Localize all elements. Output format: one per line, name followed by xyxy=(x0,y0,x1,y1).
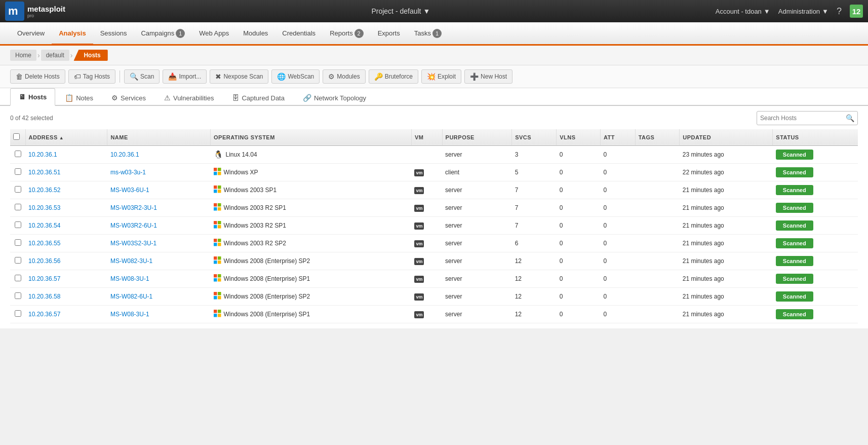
host-name-link[interactable]: MS-W08-3U-1 xyxy=(110,275,149,282)
host-name-link[interactable]: MS-W08-3U-1 xyxy=(110,311,149,318)
col-tags[interactable]: TAGS xyxy=(635,129,680,145)
host-address-link[interactable]: 10.20.36.52 xyxy=(28,187,60,194)
host-name-link[interactable]: MS-W03R2-3U-1 xyxy=(110,204,157,211)
row-checkbox[interactable] xyxy=(15,275,21,281)
host-svcs: 12 xyxy=(512,288,557,306)
nav-overview[interactable]: Overview xyxy=(10,23,52,45)
search-button[interactable]: 🔍 xyxy=(846,114,854,122)
nav-analysis[interactable]: Analysis xyxy=(52,23,93,45)
col-vlns[interactable]: VLNS xyxy=(557,129,601,145)
row-checkbox[interactable] xyxy=(15,186,21,193)
row-checkbox[interactable] xyxy=(15,310,21,317)
host-name-link[interactable]: MS-W03S2-3U-1 xyxy=(110,240,156,247)
col-purpose[interactable]: PURPOSE xyxy=(442,129,512,145)
project-selector[interactable]: Project - default ▼ xyxy=(91,7,711,15)
nav-campaigns[interactable]: Campaigns 1 xyxy=(134,23,192,45)
help-button[interactable]: ? xyxy=(837,6,842,17)
row-checkbox[interactable] xyxy=(15,239,21,246)
host-address-link[interactable]: 10.20.36.1 xyxy=(28,151,57,158)
col-att[interactable]: ATT xyxy=(600,129,635,145)
host-vlns: 0 xyxy=(557,306,601,323)
tag-hosts-button[interactable]: 🏷 Tag Hosts xyxy=(68,69,115,84)
host-tags xyxy=(635,252,680,270)
svg-rect-27 xyxy=(218,274,221,278)
row-checkbox[interactable] xyxy=(15,168,21,175)
nav-tasks[interactable]: Tasks 1 xyxy=(407,23,449,45)
os-name: Windows 2003 R2 SP1 xyxy=(224,204,286,211)
delete-hosts-button[interactable]: 🗑 Delete Hosts xyxy=(10,69,65,84)
tab-captured-data[interactable]: 🗄 Captured Data xyxy=(223,89,293,106)
host-address-link[interactable]: 10.20.36.57 xyxy=(28,311,60,318)
col-vm[interactable]: VM xyxy=(411,129,442,145)
row-checkbox[interactable] xyxy=(15,292,21,299)
captured-tab-icon: 🗄 xyxy=(232,94,239,102)
breadcrumb-default[interactable]: default xyxy=(41,50,69,61)
nav-sessions[interactable]: Sessions xyxy=(93,23,134,45)
vm-badge: vm xyxy=(414,169,424,176)
svg-rect-20 xyxy=(214,243,217,246)
administration-dropdown[interactable]: Administration ▼ xyxy=(778,8,828,15)
col-name[interactable]: NAME xyxy=(107,129,211,145)
os-name: Windows 2003 R2 SP2 xyxy=(224,240,286,247)
breadcrumb-home[interactable]: Home xyxy=(10,50,36,61)
host-tags xyxy=(635,235,680,252)
account-dropdown[interactable]: Account - tdoan ▼ xyxy=(716,8,770,15)
host-name-link[interactable]: ms-w03-3u-1 xyxy=(110,169,146,176)
tag-icon: 🏷 xyxy=(74,72,81,81)
host-address-link[interactable]: 10.20.36.58 xyxy=(28,293,60,300)
svg-rect-32 xyxy=(214,296,217,300)
host-name-link[interactable]: MS-W03R2-6U-1 xyxy=(110,222,157,229)
import-button[interactable]: 📥 Import... xyxy=(163,69,207,84)
host-address-link[interactable]: 10.20.36.57 xyxy=(28,275,60,282)
host-address-link[interactable]: 10.20.36.53 xyxy=(28,204,60,211)
vm-badge: vm xyxy=(414,240,424,247)
row-checkbox[interactable] xyxy=(15,204,21,210)
search-input[interactable] xyxy=(760,115,846,122)
host-address-link[interactable]: 10.20.36.54 xyxy=(28,222,60,229)
host-name-link[interactable]: MS-W03-6U-1 xyxy=(110,187,149,194)
host-att: 0 xyxy=(600,235,635,252)
svg-rect-9 xyxy=(218,190,221,193)
nav-reports[interactable]: Reports 2 xyxy=(323,23,371,45)
col-updated[interactable]: UPDATED xyxy=(680,129,773,145)
row-checkbox[interactable] xyxy=(15,257,21,264)
project-dropdown[interactable]: Project - default ▼ xyxy=(371,7,430,15)
bruteforce-button[interactable]: 🔑 Bruteforce xyxy=(369,69,418,84)
col-address[interactable]: ADDRESS xyxy=(25,129,107,145)
tab-services[interactable]: ⚙ Services xyxy=(103,89,154,106)
host-address-link[interactable]: 10.20.36.55 xyxy=(28,240,60,247)
project-label: Project - default xyxy=(371,7,421,15)
row-checkbox[interactable] xyxy=(15,151,21,157)
host-name-link[interactable]: MS-W082-3U-1 xyxy=(110,257,152,265)
host-address-link[interactable]: 10.20.36.56 xyxy=(28,257,60,265)
webscan-button[interactable]: 🌐 WebScan xyxy=(271,69,320,84)
svg-rect-21 xyxy=(218,243,221,246)
tab-notes[interactable]: 📋 Notes xyxy=(56,89,102,106)
logo-area: m metasploit pro xyxy=(5,2,86,21)
host-name-link[interactable]: 10.20.36.1 xyxy=(110,151,139,158)
svg-rect-22 xyxy=(214,256,217,260)
row-checkbox[interactable] xyxy=(15,221,21,228)
table-row: 10.20.36.56MS-W082-3U-1Windows 2008 (Ent… xyxy=(10,252,858,270)
nav-webapps[interactable]: Web Apps xyxy=(192,23,236,45)
col-svcs[interactable]: SVCS xyxy=(512,129,557,145)
nav-credentials[interactable]: Credentials xyxy=(275,23,323,45)
tabs-bar: 🖥 Hosts 📋 Notes ⚙ Services ⚠ Vulnerabili… xyxy=(0,88,868,106)
nav-modules[interactable]: Modules xyxy=(236,23,275,45)
new-host-button[interactable]: ➕ New Host xyxy=(464,69,512,84)
select-all-checkbox[interactable] xyxy=(13,133,20,140)
tab-network-topology[interactable]: 🔗 Network Topology xyxy=(294,89,375,106)
tab-hosts[interactable]: 🖥 Hosts xyxy=(10,88,55,106)
col-status[interactable]: STATUS xyxy=(773,129,858,145)
tab-vulnerabilities[interactable]: ⚠ Vulnerabilities xyxy=(155,89,222,106)
host-name-link[interactable]: MS-W082-6U-1 xyxy=(110,293,152,300)
scan-button[interactable]: 🔍 Scan xyxy=(124,69,160,84)
nexpose-scan-button[interactable]: ✖ Nexpose Scan xyxy=(210,69,268,84)
modules-button[interactable]: ⚙ Modules xyxy=(323,69,365,84)
col-os[interactable]: OPERATING SYSTEM xyxy=(211,129,412,145)
notification-badge[interactable]: 12 xyxy=(850,5,863,18)
host-address-link[interactable]: 10.20.36.51 xyxy=(28,169,60,176)
host-tags xyxy=(635,145,680,164)
exploit-button[interactable]: 💥 Exploit xyxy=(421,69,461,84)
nav-exports[interactable]: Exports xyxy=(371,23,407,45)
